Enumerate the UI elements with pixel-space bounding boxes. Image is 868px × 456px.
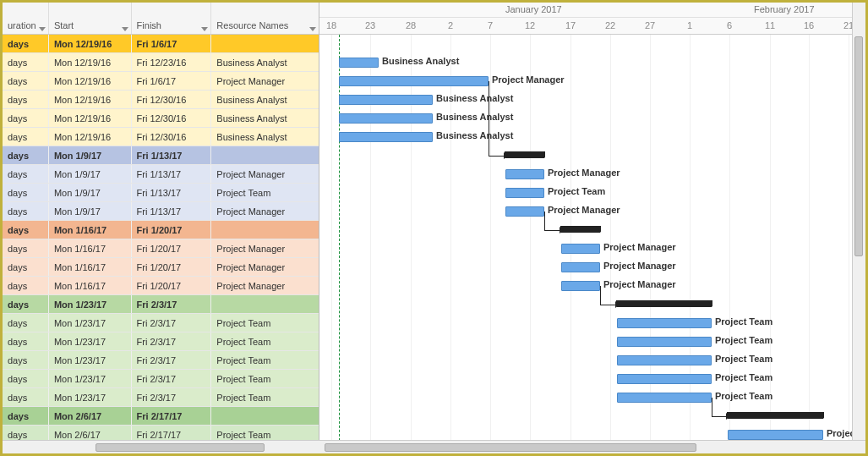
task-bar[interactable] bbox=[505, 169, 544, 179]
cell-finish[interactable]: Fri 1/13/17 bbox=[132, 202, 212, 220]
table-row[interactable]: daysMon 12/19/16Fri 12/23/16Business Ana… bbox=[3, 53, 319, 72]
cell-duration[interactable]: days bbox=[3, 221, 49, 239]
cell-duration[interactable]: days bbox=[3, 239, 49, 257]
cell-duration[interactable]: days bbox=[3, 91, 49, 108]
cell-start[interactable]: Mon 1/16/17 bbox=[49, 258, 132, 276]
cell-finish[interactable]: Fri 2/3/17 bbox=[132, 388, 212, 406]
cell-finish[interactable]: Fri 1/6/17 bbox=[132, 35, 212, 52]
cell-duration[interactable]: days bbox=[3, 184, 49, 201]
cell-resource[interactable] bbox=[211, 407, 319, 425]
cell-finish[interactable]: Fri 2/3/17 bbox=[132, 314, 212, 332]
cell-start[interactable]: Mon 1/9/17 bbox=[49, 184, 132, 201]
task-bar[interactable] bbox=[561, 262, 600, 272]
cell-start[interactable]: Mon 1/23/17 bbox=[49, 314, 132, 332]
cell-start[interactable]: Mon 1/9/17 bbox=[49, 165, 132, 183]
cell-resource[interactable]: Business Analyst bbox=[211, 109, 319, 127]
task-bar[interactable] bbox=[728, 430, 823, 440]
cell-finish[interactable]: Fri 1/13/17 bbox=[132, 184, 212, 201]
cell-duration[interactable]: days bbox=[3, 314, 49, 332]
task-bar[interactable] bbox=[505, 188, 544, 198]
summary-bar[interactable] bbox=[617, 300, 712, 307]
task-bar[interactable] bbox=[339, 95, 433, 105]
table-row[interactable]: daysMon 12/19/16Fri 1/6/17 bbox=[3, 35, 319, 53]
cell-start[interactable]: Mon 1/23/17 bbox=[49, 370, 132, 387]
table-row[interactable]: daysMon 1/16/17Fri 1/20/17 bbox=[3, 221, 319, 239]
cell-start[interactable]: Mon 1/16/17 bbox=[49, 221, 132, 239]
table-row[interactable]: daysMon 1/9/17Fri 1/13/17Project Team bbox=[3, 184, 319, 202]
cell-resource[interactable]: Business Analyst bbox=[211, 128, 319, 146]
cell-finish[interactable]: Fri 2/3/17 bbox=[132, 295, 212, 313]
cell-start[interactable]: Mon 1/16/17 bbox=[49, 239, 132, 257]
cell-resource[interactable]: Project Team bbox=[211, 314, 319, 332]
cell-start[interactable]: Mon 1/9/17 bbox=[49, 146, 132, 164]
cell-finish[interactable]: Fri 1/20/17 bbox=[132, 277, 212, 294]
table-row[interactable]: daysMon 1/16/17Fri 1/20/17Project Manage… bbox=[3, 239, 319, 258]
cell-resource[interactable]: Business Analyst bbox=[211, 91, 319, 108]
table-row[interactable]: daysMon 1/23/17Fri 2/3/17Project Team bbox=[3, 314, 319, 332]
cell-resource[interactable]: Project Team bbox=[211, 332, 319, 350]
task-bar[interactable] bbox=[339, 132, 433, 142]
cell-start[interactable]: Mon 2/6/17 bbox=[49, 407, 132, 425]
cell-duration[interactable]: days bbox=[3, 407, 49, 425]
cell-finish[interactable]: Fri 1/20/17 bbox=[132, 258, 212, 276]
cell-duration[interactable]: days bbox=[3, 332, 49, 350]
cell-finish[interactable]: Fri 1/6/17 bbox=[132, 72, 212, 90]
summary-bar[interactable] bbox=[561, 226, 600, 233]
col-header-resource[interactable]: Resource Names bbox=[211, 3, 319, 34]
cell-duration[interactable]: days bbox=[3, 351, 49, 369]
cell-finish[interactable]: Fri 12/30/16 bbox=[132, 91, 212, 108]
table-row[interactable]: daysMon 12/19/16Fri 1/6/17Project Manage… bbox=[3, 72, 319, 91]
cell-duration[interactable]: days bbox=[3, 277, 49, 294]
cell-finish[interactable]: Fri 12/23/16 bbox=[132, 53, 212, 71]
summary-bar[interactable] bbox=[728, 412, 823, 419]
cell-resource[interactable] bbox=[211, 35, 319, 52]
cell-start[interactable]: Mon 1/23/17 bbox=[49, 332, 132, 350]
cell-resource[interactable] bbox=[211, 295, 319, 313]
table-row[interactable]: daysMon 1/23/17Fri 2/3/17Project Team bbox=[3, 388, 319, 407]
cell-finish[interactable]: Fri 1/20/17 bbox=[132, 221, 212, 239]
cell-duration[interactable]: days bbox=[3, 128, 49, 146]
summary-bar[interactable] bbox=[505, 151, 544, 158]
col-header-duration[interactable]: uration bbox=[3, 3, 49, 34]
cell-finish[interactable]: Fri 2/3/17 bbox=[132, 332, 212, 350]
table-row[interactable]: daysMon 1/23/17Fri 2/3/17Project Team bbox=[3, 332, 319, 351]
cell-resource[interactable] bbox=[211, 146, 319, 164]
cell-start[interactable]: Mon 1/23/17 bbox=[49, 295, 132, 313]
dropdown-icon[interactable] bbox=[39, 27, 46, 31]
task-bar[interactable] bbox=[339, 58, 379, 68]
cell-finish[interactable]: Fri 12/30/16 bbox=[132, 109, 212, 127]
cell-finish[interactable]: Fri 1/13/17 bbox=[132, 165, 212, 183]
task-bar[interactable] bbox=[505, 206, 544, 217]
cell-duration[interactable]: days bbox=[3, 295, 49, 313]
cell-resource[interactable]: Project Manager bbox=[211, 165, 319, 183]
cell-resource[interactable]: Project Manager bbox=[211, 258, 319, 276]
dropdown-icon[interactable] bbox=[122, 27, 128, 31]
table-row[interactable]: daysMon 1/9/17Fri 1/13/17 bbox=[3, 146, 319, 165]
cell-finish[interactable]: Fri 2/3/17 bbox=[132, 370, 212, 387]
cell-resource[interactable]: Project Manager bbox=[211, 72, 319, 90]
cell-duration[interactable]: days bbox=[3, 109, 49, 127]
cell-resource[interactable]: Project Team bbox=[211, 388, 319, 406]
cell-finish[interactable]: Fri 1/20/17 bbox=[132, 239, 212, 257]
cell-resource[interactable]: Business Analyst bbox=[211, 53, 319, 71]
cell-start[interactable]: Mon 12/19/16 bbox=[49, 128, 132, 146]
cell-start[interactable]: Mon 12/19/16 bbox=[49, 53, 132, 71]
cell-duration[interactable]: days bbox=[3, 388, 49, 406]
cell-start[interactable]: Mon 12/19/16 bbox=[49, 72, 132, 90]
cell-duration[interactable]: days bbox=[3, 258, 49, 276]
col-header-start[interactable]: Start bbox=[49, 3, 132, 34]
task-bar[interactable] bbox=[617, 393, 712, 403]
cell-start[interactable]: Mon 12/19/16 bbox=[49, 91, 132, 108]
cell-finish[interactable]: Fri 12/30/16 bbox=[132, 128, 212, 146]
task-bar[interactable] bbox=[339, 76, 489, 86]
task-bar[interactable] bbox=[617, 355, 712, 365]
cell-resource[interactable]: Project Team bbox=[211, 351, 319, 369]
cell-resource[interactable]: Project Manager bbox=[211, 277, 319, 294]
cell-start[interactable]: Mon 12/19/16 bbox=[49, 109, 132, 127]
vertical-scrollbar[interactable] bbox=[852, 3, 865, 440]
cell-resource[interactable]: Project Manager bbox=[211, 202, 319, 220]
table-row[interactable]: daysMon 1/23/17Fri 2/3/17Project Team bbox=[3, 370, 319, 388]
cell-duration[interactable]: days bbox=[3, 165, 49, 183]
task-bar[interactable] bbox=[617, 318, 712, 328]
table-row[interactable]: daysMon 12/19/16Fri 12/30/16Business Ana… bbox=[3, 128, 319, 146]
